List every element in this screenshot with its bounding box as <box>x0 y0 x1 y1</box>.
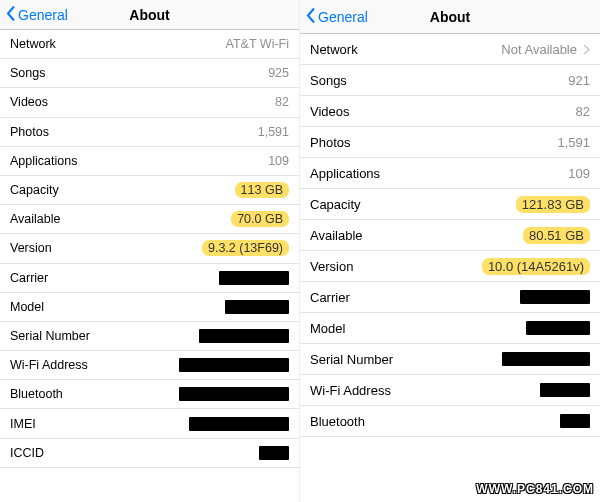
row-value <box>189 417 289 431</box>
list-item: Version9.3.2 (13F69) <box>0 234 299 263</box>
page-title: About <box>430 9 470 25</box>
back-label: General <box>18 7 68 23</box>
list-item: Bluetooth <box>300 406 600 437</box>
list-item: Version10.0 (14A5261v) <box>300 251 600 282</box>
row-label: Capacity <box>10 183 59 197</box>
row-label: Model <box>10 300 44 314</box>
row-label: Version <box>10 241 52 255</box>
list-item: Videos82 <box>300 96 600 127</box>
row-value: 925 <box>268 66 289 80</box>
row-label: Songs <box>310 73 347 88</box>
list-item: Songs925 <box>0 59 299 88</box>
row-label: IMEI <box>10 417 36 431</box>
list-item: Applications109 <box>0 147 299 176</box>
list-item: Model <box>300 313 600 344</box>
row-value: 1,591 <box>258 125 289 139</box>
row-label: Songs <box>10 66 45 80</box>
row-value: 82 <box>576 104 590 119</box>
navbar: GeneralAbout <box>0 0 299 30</box>
back-label: General <box>318 9 368 25</box>
row-value <box>540 383 590 397</box>
list-item: Songs921 <box>300 65 600 96</box>
row-label: Wi-Fi Address <box>10 358 88 372</box>
row-label: Videos <box>10 95 48 109</box>
row-label: Capacity <box>310 197 361 212</box>
row-value <box>259 446 289 460</box>
list-item: NetworkAT&T Wi-Fi <box>0 30 299 59</box>
row-value: 113 GB <box>235 182 289 198</box>
list-item: Carrier <box>0 264 299 293</box>
row-label: Videos <box>310 104 350 119</box>
list-item: Capacity113 GB <box>0 176 299 205</box>
list-item[interactable]: NetworkNot Available <box>300 34 600 65</box>
row-value <box>560 414 590 428</box>
page-title: About <box>129 7 169 23</box>
row-label: Available <box>310 228 363 243</box>
chevron-left-icon <box>6 5 18 24</box>
row-value: 10.0 (14A5261v) <box>482 258 590 275</box>
list-item: ICCID <box>0 439 299 468</box>
row-label: Photos <box>10 125 49 139</box>
row-label: Version <box>310 259 353 274</box>
list-item: Photos1,591 <box>0 118 299 147</box>
about-list: NetworkNot AvailableSongs921Videos82Phot… <box>300 34 600 502</box>
about-screen-left: GeneralAboutNetworkAT&T Wi-FiSongs925Vid… <box>0 0 300 502</box>
row-value: 109 <box>268 154 289 168</box>
row-label: Photos <box>310 135 350 150</box>
row-label: Bluetooth <box>10 387 63 401</box>
row-label: Serial Number <box>310 352 393 367</box>
row-label: Applications <box>10 154 77 168</box>
row-label: Bluetooth <box>310 414 365 429</box>
list-item: Carrier <box>300 282 600 313</box>
row-value: 1,591 <box>557 135 590 150</box>
row-value <box>219 271 289 285</box>
row-value: 80.51 GB <box>523 227 590 244</box>
row-value <box>179 358 289 372</box>
row-value <box>199 329 289 343</box>
row-value: 9.3.2 (13F69) <box>202 240 289 256</box>
row-value: 921 <box>568 73 590 88</box>
back-button[interactable]: General <box>306 7 368 26</box>
row-label: Network <box>310 42 358 57</box>
row-value: 109 <box>568 166 590 181</box>
row-value: AT&T Wi-Fi <box>226 37 289 51</box>
list-item: Videos82 <box>0 88 299 117</box>
list-item: Wi-Fi Address <box>0 351 299 380</box>
chevron-left-icon <box>306 7 318 26</box>
row-value: 121.83 GB <box>516 196 590 213</box>
row-value <box>179 387 289 401</box>
list-item: Serial Number <box>0 322 299 351</box>
row-label: Model <box>310 321 345 336</box>
list-item: Photos1,591 <box>300 127 600 158</box>
row-label: Applications <box>310 166 380 181</box>
row-label: ICCID <box>10 446 44 460</box>
list-item: Capacity121.83 GB <box>300 189 600 220</box>
row-value <box>502 352 590 366</box>
row-value <box>225 300 289 314</box>
row-value: Not Available <box>501 42 577 57</box>
row-value <box>526 321 590 335</box>
row-value: 82 <box>275 95 289 109</box>
list-item: Model <box>0 293 299 322</box>
list-item: Applications109 <box>300 158 600 189</box>
list-item: Bluetooth <box>0 380 299 409</box>
list-item: Wi-Fi Address <box>300 375 600 406</box>
row-value: 70.0 GB <box>231 211 289 227</box>
list-item: Serial Number <box>300 344 600 375</box>
row-label: Wi-Fi Address <box>310 383 391 398</box>
chevron-right-icon <box>583 44 590 55</box>
row-label: Available <box>10 212 61 226</box>
about-screen-right: GeneralAboutNetworkNot AvailableSongs921… <box>300 0 600 502</box>
row-label: Network <box>10 37 56 51</box>
back-button[interactable]: General <box>6 5 68 24</box>
row-label: Carrier <box>310 290 350 305</box>
watermark: WWW.PC841.COM <box>476 482 594 496</box>
navbar: GeneralAbout <box>300 0 600 34</box>
list-item: Available80.51 GB <box>300 220 600 251</box>
list-item: Available70.0 GB <box>0 205 299 234</box>
row-value <box>520 290 590 304</box>
row-label: Carrier <box>10 271 48 285</box>
list-item: IMEI <box>0 409 299 438</box>
row-label: Serial Number <box>10 329 90 343</box>
about-list: NetworkAT&T Wi-FiSongs925Videos82Photos1… <box>0 30 299 502</box>
